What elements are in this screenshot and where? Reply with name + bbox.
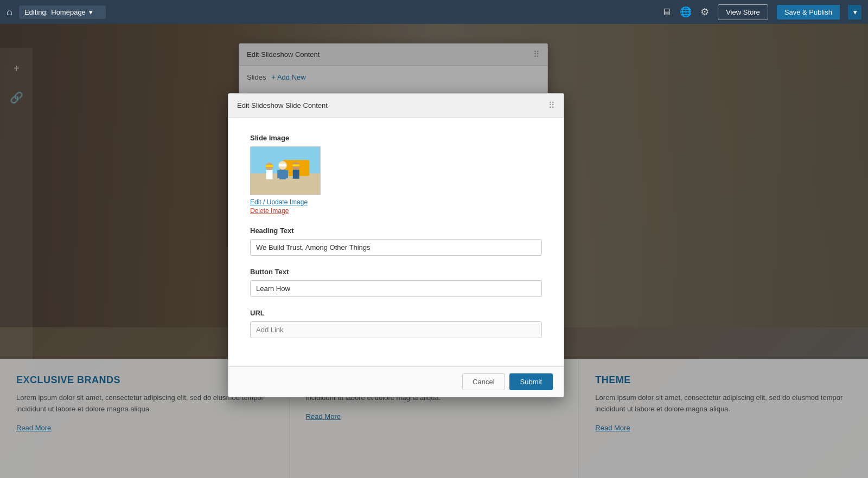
dropdown-arrow-icon: ▾ bbox=[89, 8, 93, 16]
heading-text-label: Heading Text bbox=[250, 227, 542, 235]
page-selector-dropdown[interactable]: Editing: Homepage ▾ bbox=[19, 5, 106, 19]
page-name: Homepage bbox=[51, 8, 86, 16]
inner-dialog-body: Slide Image bbox=[228, 118, 564, 366]
url-input[interactable] bbox=[250, 321, 542, 338]
heading-text-input[interactable] bbox=[250, 239, 542, 256]
inner-dialog-drag-icon: ⠿ bbox=[548, 100, 555, 111]
inner-dialog: Edit Slideshow Slide Content ⠿ Slide Ima… bbox=[228, 93, 564, 397]
svg-rect-7 bbox=[277, 170, 282, 178]
delete-image-link[interactable]: Delete Image bbox=[250, 207, 542, 215]
inner-dialog-title: Edit Slideshow Slide Content bbox=[237, 101, 328, 109]
save-publish-arrow-button[interactable]: ▾ bbox=[848, 5, 861, 20]
svg-rect-13 bbox=[292, 164, 300, 166]
svg-rect-10 bbox=[266, 165, 273, 167]
inner-dialog-header: Edit Slideshow Slide Content ⠿ bbox=[228, 94, 564, 118]
inner-dialog-cancel-button[interactable]: Cancel bbox=[462, 373, 505, 390]
svg-rect-8 bbox=[284, 170, 288, 178]
slide-image-group: Slide Image bbox=[250, 134, 542, 215]
svg-rect-5 bbox=[279, 164, 286, 166]
button-text-label: Button Text bbox=[250, 268, 542, 276]
save-publish-button[interactable]: Save & Publish bbox=[777, 5, 840, 20]
url-group: URL bbox=[250, 309, 542, 338]
globe-icon[interactable]: 🌐 bbox=[680, 6, 692, 18]
svg-rect-11 bbox=[266, 170, 273, 179]
topbar-right: 🖥 🌐 ⚙ View Store Save & Publish ▾ bbox=[661, 4, 861, 20]
slide-image-svg bbox=[251, 146, 320, 195]
heading-text-group: Heading Text bbox=[250, 227, 542, 256]
monitor-icon[interactable]: 🖥 bbox=[661, 7, 671, 18]
topbar: ⌂ Editing: Homepage ▾ 🖥 🌐 ⚙ View Store S… bbox=[0, 0, 868, 24]
home-icon[interactable]: ⌂ bbox=[7, 7, 12, 18]
gear-icon[interactable]: ⚙ bbox=[700, 6, 709, 18]
inner-dialog-footer: Cancel Submit bbox=[228, 366, 564, 397]
url-label: URL bbox=[250, 309, 542, 317]
edit-update-image-link[interactable]: Edit / Update Image bbox=[250, 198, 542, 206]
button-text-input[interactable] bbox=[250, 280, 542, 297]
button-text-group: Button Text bbox=[250, 268, 542, 297]
inner-dialog-submit-button[interactable]: Submit bbox=[509, 373, 553, 390]
editing-label: Editing: bbox=[24, 8, 48, 16]
slide-image-thumbnail bbox=[250, 146, 321, 195]
svg-rect-14 bbox=[293, 170, 299, 179]
slide-image-label: Slide Image bbox=[250, 134, 542, 142]
image-action-links: Edit / Update Image Delete Image bbox=[250, 198, 542, 215]
view-store-button[interactable]: View Store bbox=[718, 4, 768, 20]
